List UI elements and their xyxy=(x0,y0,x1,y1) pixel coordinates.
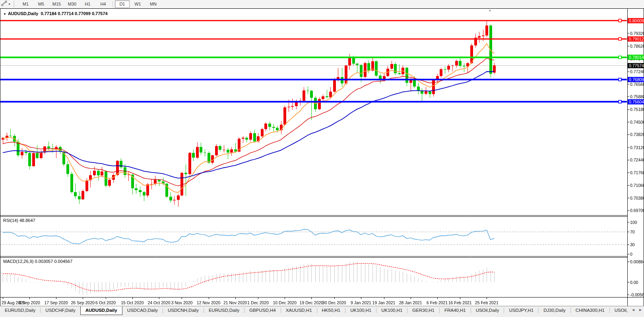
date-tick-label: 1 Dec 2020 xyxy=(247,300,269,305)
date-tick-label: 17 Sep 2020 xyxy=(44,300,68,305)
rsi-axis-label: 100 xyxy=(630,220,637,225)
price-tick-label: 0.71760 xyxy=(630,170,644,175)
level-price-label: 0.78014 xyxy=(628,55,644,60)
chart-tab-china300-h1[interactable]: CHINA300,H1 xyxy=(571,306,609,314)
macd-axis-label: 0.00 xyxy=(630,280,638,285)
chart-tab-usdjpy-h1[interactable]: USDJPY,H1 xyxy=(504,306,538,314)
price-chart-canvas[interactable] xyxy=(0,8,644,306)
date-tick-label: 19 Jan 2021 xyxy=(372,300,396,305)
collapse-arrow-icon: ▼ xyxy=(3,12,6,16)
toolbar: ▼ M1M5M15M30H1H4D1W1MN xyxy=(0,0,644,8)
chevron-down-icon: ▼ xyxy=(8,3,11,6)
timeframe-button-d1[interactable]: D1 xyxy=(115,0,130,8)
date-tick-label: 28 Jan 2021 xyxy=(399,300,422,305)
date-tick-label: 15 Oct 2020 xyxy=(121,300,144,305)
trading-platform-window: ▼ M1M5M15M30H1H4D1W1MN ▼AUDUSD,Daily 0.7… xyxy=(0,0,644,317)
timeframe-button-w1[interactable]: W1 xyxy=(130,0,145,8)
chart-shift-marker[interactable]: ▾ xyxy=(489,9,491,12)
date-tick-label: 9 Jan 2021 xyxy=(351,300,371,305)
chart-tab-uk100-h1[interactable]: UK100,H1 xyxy=(376,306,407,314)
chart-tab-fra40-h1[interactable]: FRA40,H1 xyxy=(440,306,471,314)
date-tick-label: 25 Feb 2021 xyxy=(475,300,499,305)
macd-indicator-label: MACD(12,26,9) 0.003057 0.004567 xyxy=(3,259,72,264)
level-price-label: 0.76809 xyxy=(628,77,644,82)
timeframe-button-m1[interactable]: M1 xyxy=(18,0,33,8)
current-price-label: 0.77574 xyxy=(628,63,644,68)
date-tick-label: 8 Sep 2020 xyxy=(19,300,40,305)
chart-tab-dj30-daily[interactable]: DJ30,Daily xyxy=(539,306,570,314)
chart-tab-bar: EURUSD,DailyUSDCHF,DailyAUDUSD,DailyUSDC… xyxy=(0,306,644,317)
price-tick-label: 0.71060 xyxy=(630,183,644,188)
tab-scroll-buttons: ◄ ► xyxy=(629,307,643,313)
date-tick-label: 3 Nov 2020 xyxy=(171,300,193,305)
chart-tab-hk50-h1[interactable]: HK50,H1 xyxy=(317,306,345,314)
timeframe-button-m30[interactable]: M30 xyxy=(65,0,80,8)
chart-title: ▼AUDUSD,Daily 0.77184 0.77714 0.77099 0.… xyxy=(3,11,108,16)
date-tick-label: 19 Dec 2020 xyxy=(300,300,324,305)
date-tick-label: 12 Nov 2020 xyxy=(197,300,221,305)
chart-window: ▼AUDUSD,Daily 0.77184 0.77714 0.77099 0.… xyxy=(0,8,644,306)
tab-scroll-right-button[interactable]: ► xyxy=(638,307,643,313)
date-tick-label: 10 Dec 2020 xyxy=(273,300,297,305)
date-tick-label: 16 Feb 2021 xyxy=(448,300,472,305)
chart-tab-ger30-h1[interactable]: GER30,H1 xyxy=(407,306,439,314)
level-price-label: 0.79012 xyxy=(628,36,644,41)
chart-tab-usdcnh-daily[interactable]: USDCNH,Daily xyxy=(163,306,204,314)
price-tick-label: 0.75180 xyxy=(630,107,644,112)
price-tick-label: 0.74500 xyxy=(630,120,644,124)
level-price-label: 0.75604 xyxy=(628,99,644,104)
chart-tab-uk100-h1[interactable]: UK100,H1 xyxy=(345,306,376,314)
macd-axis-label: -0.00565 xyxy=(630,292,644,297)
rsi-axis-label: 0 xyxy=(630,252,632,257)
date-tick-label: 26 Sep 2020 xyxy=(71,300,95,305)
level-price-label: 0.80009 xyxy=(628,18,644,23)
macd-axis-label: 0.00884 xyxy=(630,259,644,264)
toolbar-grip[interactable] xyxy=(14,1,16,7)
toolbar-separator xyxy=(113,1,113,7)
price-tick-label: 0.72440 xyxy=(630,158,644,162)
chart-tab-xauusd-h1[interactable]: XAUUSD,H1 xyxy=(281,306,317,314)
rsi-axis-label: 70 xyxy=(630,229,635,234)
trendline-tool-icon xyxy=(1,0,7,8)
timeframe-button-m5[interactable]: M5 xyxy=(34,0,48,8)
timeframe-button-m15[interactable]: M15 xyxy=(49,0,64,8)
timeframe-button-mn[interactable]: MN xyxy=(146,0,161,8)
price-tick-label: 0.79320 xyxy=(630,31,644,36)
date-tick-label: 6 Oct 2020 xyxy=(95,300,116,305)
chart-tab-audusd-daily[interactable]: AUDUSD,Daily xyxy=(80,306,122,315)
timeframe-toolbar: M1M5M15M30H1H4D1W1MN xyxy=(18,0,161,8)
tab-scroll-left-button[interactable]: ◄ xyxy=(630,307,636,313)
date-tick-label: 21 Nov 2020 xyxy=(223,300,247,305)
price-tick-label: 0.75880 xyxy=(630,94,644,99)
timeframe-button-h4[interactable]: H4 xyxy=(96,0,111,8)
chart-tab-eurusd-daily[interactable]: EURUSD,Daily xyxy=(0,306,40,314)
timeframe-button-h1[interactable]: H1 xyxy=(80,0,95,8)
price-tick-label: 0.77240 xyxy=(630,69,644,74)
price-tick-label: 0.69700 xyxy=(630,208,644,213)
chart-tab-usdcad-daily[interactable]: USDCAD,Daily xyxy=(122,306,163,314)
date-tick-label: 24 Oct 2020 xyxy=(147,300,170,305)
chart-tab-gbpusd-h4[interactable]: GBPUSD,H4 xyxy=(244,306,280,314)
price-tick-label: 0.70380 xyxy=(630,196,644,200)
rsi-indicator-label: RSI(14) 48.8647 xyxy=(3,218,35,223)
chart-tab-usoil-daily[interactable]: USOil,Daily xyxy=(471,306,504,314)
chart-tab-eurusd-daily[interactable]: EURUSD,Daily xyxy=(204,306,244,314)
date-tick-label: 30 Dec 2020 xyxy=(322,300,346,305)
chart-ohlc-values: 0.77184 0.77714 0.77099 0.77574 xyxy=(41,11,107,16)
price-tick-label: 0.73820 xyxy=(630,132,644,137)
chart-symbol: AUDUSD,Daily xyxy=(8,11,38,16)
price-tick-label: 0.78620 xyxy=(630,44,644,49)
rsi-axis-label: 30 xyxy=(630,242,635,247)
price-tick-label: 0.73120 xyxy=(630,145,644,150)
line-tool-button[interactable]: ▼ xyxy=(0,0,12,8)
price-tick-label: 0.76560 xyxy=(630,82,644,87)
chart-tab-usdchf-daily[interactable]: USDCHF,Daily xyxy=(41,306,80,314)
date-tick-label: 6 Feb 2021 xyxy=(427,300,448,305)
